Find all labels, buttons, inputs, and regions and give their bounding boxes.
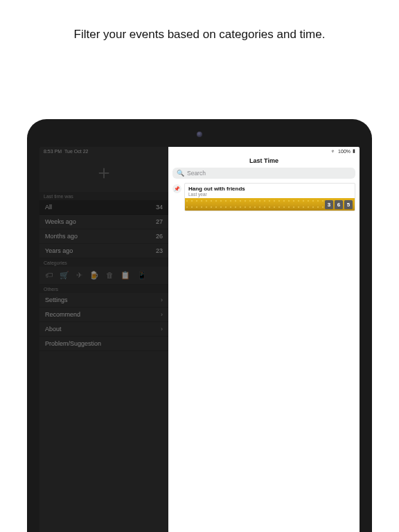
filter-label: Years ago [45,247,73,254]
event-card[interactable]: Hang out with friends Last year 3 6 5 [184,183,355,211]
status-bar-right: ᯤ 100% ▮ [168,147,360,155]
sidebar-item-about[interactable]: About › [39,322,168,337]
category-icon-row: 🏷 🛒 ✈ 🍺 🗑 📋 📱 [39,267,168,285]
tag-icon[interactable]: 🏷 [45,271,53,280]
event-counter-strip: 3 6 5 [185,198,355,211]
sidebar: 8:53 PM Tue Oct 22 ＋ Last time was All 3… [39,147,168,532]
main-pane: ᯤ 100% ▮ Last Time 🔍 Search 📌 Hang out w… [168,147,360,532]
chevron-right-icon: › [161,296,163,303]
sidebar-item-label: Settings [45,296,68,303]
filter-row-weeks[interactable]: Weeks ago 27 [39,215,168,229]
filter-count: 27 [156,218,163,225]
sidebar-item-problem[interactable]: Problem/Suggestion [39,337,168,351]
sidebar-item-label: Problem/Suggestion [45,340,101,347]
filter-count: 23 [156,247,163,254]
chevron-right-icon: › [161,326,163,332]
filter-count: 26 [156,233,163,240]
cart-icon[interactable]: 🛒 [60,271,69,280]
section-header-categories: Categories [39,258,168,267]
counter-digit: 6 [335,200,343,209]
battery-percent: 100% [338,149,351,154]
camera-dot [197,132,202,137]
pin-icon[interactable]: 📌 [172,184,181,193]
wifi-icon: ᯤ [331,149,336,154]
filter-label: Weeks ago [45,218,76,225]
counter-digit: 3 [325,200,333,209]
section-header-last-time: Last time was [39,192,168,200]
filter-row-all[interactable]: All 34 [39,200,168,215]
chevron-right-icon: › [161,311,163,318]
sidebar-item-label: Recommend [45,311,80,318]
event-row: 📌 Hang out with friends Last year 3 6 5 [168,183,360,211]
phone-icon[interactable]: 📱 [137,271,147,280]
tablet-frame: 8:53 PM Tue Oct 22 ＋ Last time was All 3… [27,119,372,532]
filter-row-years[interactable]: Years ago 23 [39,244,168,258]
status-bar-left: 8:53 PM Tue Oct 22 [39,147,168,156]
status-time: 8:53 PM [44,149,62,154]
counter-digit: 5 [344,200,353,209]
screen: 8:53 PM Tue Oct 22 ＋ Last time was All 3… [39,147,360,532]
add-button[interactable]: ＋ [39,156,168,192]
filter-count: 34 [156,204,163,211]
filter-row-months[interactable]: Months ago 26 [39,229,168,244]
page-title: Last Time [168,155,360,168]
sidebar-item-recommend[interactable]: Recommend › [39,308,168,322]
sidebar-item-settings[interactable]: Settings › [39,293,168,308]
filter-label: Months ago [45,233,78,240]
search-placeholder: Search [187,170,206,177]
trash-icon[interactable]: 🗑 [106,271,114,280]
search-icon: 🔍 [177,170,184,177]
plane-icon[interactable]: ✈ [76,271,82,280]
event-subtitle: Last year [188,192,351,197]
battery-icon: ▮ [353,148,355,154]
beer-icon[interactable]: 🍺 [89,271,99,280]
marketing-caption: Filter your events based on categories a… [0,0,399,42]
search-input[interactable]: 🔍 Search [172,168,355,179]
sidebar-item-label: About [45,326,62,332]
section-header-others: Others [39,285,168,293]
event-title: Hang out with friends [188,186,351,192]
status-date: Tue Oct 22 [64,149,88,154]
filter-label: All [45,204,52,211]
clipboard-icon[interactable]: 📋 [121,271,130,280]
